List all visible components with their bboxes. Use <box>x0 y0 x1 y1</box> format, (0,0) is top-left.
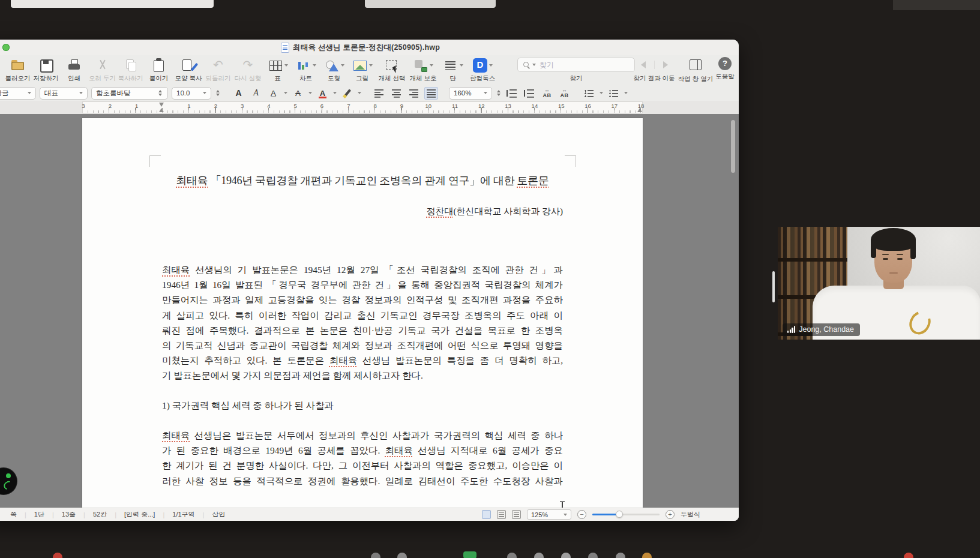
toolbar-column[interactable]: 단 <box>439 57 467 83</box>
font-name-select[interactable]: 함초롬바탕 <box>91 87 168 100</box>
chevron-down-icon[interactable] <box>308 92 312 94</box>
ruler-number: 1 <box>187 103 190 109</box>
zoom-slider[interactable] <box>592 514 660 515</box>
dock-app-icon[interactable] <box>534 553 544 558</box>
ruler-number: 15 <box>558 103 565 109</box>
indent-increase-button[interactable] <box>523 87 537 100</box>
ruler-number: 17 <box>612 103 618 109</box>
view-single-page-icon[interactable] <box>482 510 491 519</box>
find-box[interactable] <box>517 58 635 72</box>
task-pane-label: 작업 창 열기 <box>676 75 715 83</box>
dock-app-icon[interactable] <box>904 553 913 558</box>
toolbar-print[interactable]: 인쇄 <box>60 57 88 83</box>
dock-app-icon[interactable] <box>642 553 652 558</box>
font-color-button[interactable] <box>316 87 329 100</box>
video-window-handle[interactable] <box>772 271 775 302</box>
find-input[interactable] <box>538 60 619 70</box>
paragraph-style-select[interactable]: 바탕글 <box>0 87 36 100</box>
dock-app-icon[interactable] <box>507 553 517 558</box>
indent-decrease-button[interactable] <box>505 87 519 100</box>
numbered-list-button[interactable] <box>582 87 596 100</box>
background-strip <box>893 0 980 10</box>
toolbar-picture[interactable]: 그림 <box>348 57 376 83</box>
status-item: 52칸 <box>93 510 107 519</box>
chevron-down-icon <box>460 64 463 67</box>
view-layout-icon[interactable] <box>497 510 506 519</box>
dock-app-icon[interactable] <box>53 553 62 558</box>
undo-icon: ↶ <box>211 58 226 73</box>
font-size-stepper[interactable] <box>215 90 221 97</box>
document-line: 최태육 선생님은 발표논문 서두에서 정보과의 후신인 사찰과가 국가권력의 핵… <box>162 428 563 443</box>
bold-button[interactable] <box>232 87 245 100</box>
line-spacing-select[interactable]: 160% <box>449 87 492 100</box>
highlight-button[interactable] <box>340 87 354 100</box>
dock-app-icon[interactable] <box>616 553 625 558</box>
open-folder-icon <box>10 58 26 73</box>
dock-app-icon[interactable] <box>371 553 380 558</box>
chevron-down-icon[interactable] <box>333 92 337 94</box>
background-window-tab[interactable] <box>365 0 496 8</box>
toolbar-item-label: 단 <box>439 74 467 83</box>
document-page[interactable]: 최태육 「1946년 국립경찰 개편과 기독교인 조병옥의 관계 연구」에 대한… <box>82 118 643 508</box>
help-group[interactable]: 도움말 <box>712 57 738 81</box>
dock-app-icon[interactable] <box>463 551 476 558</box>
titlebar[interactable]: 최태육 선생님 토론문-정찬대(250905).hwp <box>0 40 739 55</box>
chevron-down-icon <box>203 92 206 94</box>
zoom-select[interactable]: 125% <box>527 509 571 520</box>
picture-icon <box>352 58 368 73</box>
bullet-list-button[interactable] <box>607 87 621 100</box>
line-spacing-stepper[interactable] <box>496 90 502 97</box>
align-justify-button[interactable] <box>424 87 438 100</box>
background-window-tab[interactable] <box>11 0 214 8</box>
view-draft-icon[interactable] <box>512 510 521 519</box>
column-icon <box>443 58 458 73</box>
toolbar-format-copy[interactable]: 모양 복사 <box>173 57 204 83</box>
toolbar-object-protect[interactable]: 개체 보호 <box>407 57 439 83</box>
align-left-button[interactable] <box>372 87 386 100</box>
letter-spacing-wide-button[interactable] <box>540 87 554 100</box>
toolbar-hancom-docs[interactable]: 한컴독스 <box>467 57 498 83</box>
style-preset-select[interactable]: 대표 <box>40 87 88 100</box>
zoom-slider-knob[interactable] <box>616 511 623 518</box>
underline-button[interactable] <box>266 87 280 100</box>
chevron-down-icon[interactable] <box>624 92 628 94</box>
toolbar-open-folder[interactable]: 불러오기 <box>4 57 32 83</box>
toolbar-shape[interactable]: 도형 <box>320 57 348 83</box>
strikethrough-button[interactable] <box>291 87 305 100</box>
dock-app-icon[interactable] <box>561 553 571 558</box>
toolbar-chart[interactable]: 차트 <box>292 57 320 83</box>
toolbar-table[interactable]: 표 <box>263 57 292 83</box>
divider <box>654 61 655 69</box>
zoom-out-button[interactable]: − <box>577 510 586 519</box>
dock-app-icon[interactable] <box>397 553 407 558</box>
status-item: 쪽 <box>10 510 17 519</box>
vertical-scrollbar[interactable] <box>731 120 735 173</box>
toolbar-save[interactable]: 저장하기 <box>32 57 60 83</box>
toolbar-item-label: 차트 <box>292 74 320 83</box>
align-right-button[interactable] <box>407 87 421 100</box>
stepper-icon[interactable] <box>157 90 163 97</box>
status-bar: 쪽|1단|13줄|52칸|[입력 중...]|1/1구역|삽입 125% − +… <box>0 508 739 521</box>
font-size-select[interactable]: 10.0 <box>172 87 211 100</box>
task-pane-group[interactable]: 작업 창 열기 <box>676 57 715 83</box>
toolbar-paste[interactable]: 붙이기 <box>145 57 173 83</box>
traffic-light-green-icon[interactable] <box>2 44 10 51</box>
find-previous-icon[interactable] <box>641 61 646 68</box>
chevron-down-icon[interactable] <box>600 92 603 94</box>
indent-marker[interactable] <box>159 103 164 107</box>
chevron-down-icon[interactable] <box>284 92 287 94</box>
align-center-button[interactable] <box>389 87 403 100</box>
find-next-icon[interactable] <box>663 61 668 68</box>
toolbar-item-label: 되돌리기 <box>204 74 232 83</box>
italic-button[interactable] <box>249 87 263 100</box>
document-line: 러한 사찰 정보 등을 적극적으로 정권에 활용했다. 일례로 김태선이 주도한… <box>162 473 563 488</box>
toolbar-copy: 복사하기 <box>116 57 145 83</box>
toolbar-object-select[interactable]: 개체 선택 <box>376 57 407 83</box>
chart-icon <box>296 58 311 73</box>
letter-spacing-narrow-button[interactable] <box>558 87 571 100</box>
chevron-down-icon[interactable] <box>358 92 361 94</box>
document-line: 가 된 중요한 배경으로 1949년 6월 공세를 꼽았다. 최태육 선생님 지… <box>162 443 563 458</box>
zoom-in-button[interactable]: + <box>666 510 675 519</box>
margin-marker[interactable] <box>159 108 164 112</box>
dock-app-icon[interactable] <box>588 553 598 558</box>
